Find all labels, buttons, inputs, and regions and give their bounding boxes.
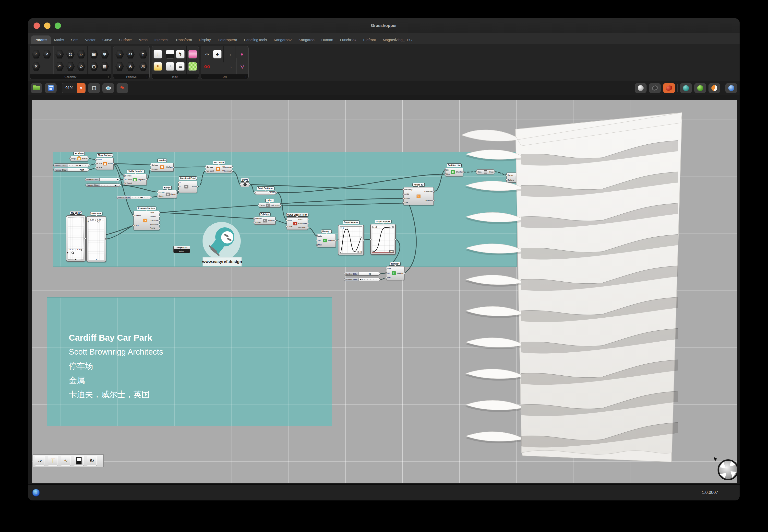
iso-curve[interactable]: SurfaceUV point▥U IsocurveV Isocurve <box>206 165 232 173</box>
close-button[interactable] <box>34 23 40 29</box>
zoom-control[interactable]: 91% ∨ <box>62 83 86 93</box>
curve-closest-point-in-curve[interactable]: Curve <box>288 226 292 228</box>
flask-icon[interactable]: ▽ <box>238 62 247 71</box>
shaded-preview-button[interactable] <box>663 83 675 93</box>
partition-list[interactable]: ListSize≣Chunks <box>445 168 463 176</box>
scribble-icon[interactable]: ≈ <box>153 62 162 71</box>
partition-list-in-list[interactable]: List <box>446 169 450 171</box>
zoom-extents-button[interactable]: ⊡ <box>88 83 100 93</box>
menu-lunchbox[interactable]: LunchBox <box>337 35 360 44</box>
evaluate-surface-out-frame[interactable]: Frame <box>150 227 158 229</box>
plane-surface-in-x-size[interactable]: X Size <box>97 163 102 165</box>
iso-curve-in-uv-point[interactable]: UV point <box>207 170 214 172</box>
knob-icon[interactable]: ◔ <box>166 62 174 71</box>
rotate-3d-out-transform[interactable]: Transform <box>424 200 433 202</box>
isotrim-out-surface[interactable]: Surface <box>166 166 173 168</box>
curve-closest-point[interactable]: PointCurve⋔PointParameterDistance <box>287 217 308 230</box>
null-icon[interactable]: ✕ <box>32 62 41 71</box>
jar-icon[interactable]: ● <box>238 50 246 58</box>
title-bar[interactable]: Grasshopper <box>28 18 740 33</box>
remap-1-in-data[interactable]: data <box>318 235 322 237</box>
polyline-in-closed[interactable]: Closed <box>255 222 262 224</box>
project-info-panel[interactable]: Cardiff Bay Car ParkScott Brownrigg Arch… <box>47 297 332 426</box>
notification-icon[interactable]: ! <box>32 489 40 497</box>
curve-closest-point-out-parameter[interactable]: Parameter <box>298 223 307 225</box>
zoom-dropdown-button[interactable]: ∨ <box>77 83 85 93</box>
menu-display[interactable]: Display <box>196 35 214 44</box>
md-slider-1[interactable]: 0.25 ; 0.19▲▶ <box>66 215 86 262</box>
isotrim-in-domain[interactable]: Domain <box>151 168 158 170</box>
construct-point-in-[interactable]: - <box>179 190 180 192</box>
construct-point-in-v[interactable]: v <box>179 186 180 188</box>
menu-vector[interactable]: Vector <box>82 35 99 44</box>
rotate-3d-in-center[interactable]: Center <box>404 197 412 199</box>
remap-1[interactable]: dataminMax▼Mapped <box>317 234 336 247</box>
unit-x-in-factor[interactable]: Factor <box>260 204 265 206</box>
iso-curve-out-v-isocurve[interactable]: V Isocurve <box>223 170 231 172</box>
paint-button[interactable]: ⊤ <box>48 456 58 466</box>
menu-kangaroo[interactable]: Kangaroo <box>295 35 318 44</box>
number-slider-61-track[interactable]: ◆61 <box>359 272 380 275</box>
colour-swatch-icon[interactable] <box>188 62 197 71</box>
graph-mapper-2-area[interactable]: 0 : 10 : 1 <box>372 226 394 253</box>
range-in-steps[interactable]: Steps <box>159 195 165 197</box>
plane-surface[interactable]: PlaneX SizeY Size▣Plane <box>96 158 114 170</box>
custom-preview-teal-button[interactable] <box>680 83 692 93</box>
remap-2-out-mapped[interactable]: Mapped <box>397 272 403 274</box>
wire-display-button[interactable]: ∿ <box>61 456 71 466</box>
menu-mesh[interactable]: Mesh <box>135 35 151 44</box>
evaluate-surface[interactable]: SurfacePoint●PointNormalU directionV dir… <box>133 211 159 230</box>
plane-surface-out-plane[interactable]: Plane <box>108 163 113 165</box>
divide-domain[interactable]: DomainU CountV Count▦Segments <box>124 174 147 185</box>
group-expand-icon[interactable]: + <box>245 75 247 78</box>
number-slider-72[interactable]: Number Slider◆72.6 <box>53 168 89 172</box>
cylinder-icon[interactable]: ▢ <box>89 62 98 71</box>
boolean-toggle-button[interactable] <box>74 456 84 466</box>
menu-maths[interactable]: Maths <box>51 35 68 44</box>
gradient-icon[interactable] <box>188 50 197 58</box>
rotate-3d[interactable]: GeometryAngleCenterAxis↻GeometryTransfor… <box>403 187 434 205</box>
remap-1-out-mapped[interactable]: Mapped <box>328 240 335 242</box>
remap-2-in-min[interactable]: min <box>387 272 391 274</box>
plane-surface-in-y-size[interactable]: Y Size <box>97 167 102 169</box>
number-slider-72-track[interactable]: ◆72.6 <box>68 168 88 171</box>
mesh-icon[interactable]: ❄ <box>100 50 109 59</box>
recompute-timer-button[interactable]: ↻ <box>87 456 97 466</box>
wireframe-preview-button[interactable] <box>649 83 661 93</box>
curve-closest-point-out-point[interactable]: Point <box>298 219 307 220</box>
number-slider-0-knob[interactable]: ◆ <box>360 278 361 280</box>
range-out-range[interactable]: Range <box>170 193 176 195</box>
boolean-toggle-icon[interactable] <box>166 50 174 58</box>
remap-2-in-max[interactable]: Max <box>387 277 391 278</box>
number-slider-65[interactable]: Number Slider◆65 <box>116 196 151 199</box>
md-slider-1-area[interactable]: 0.25 ; 0.19▲▶ <box>68 217 84 260</box>
curves-options-in-curves[interactable]: Curves <box>507 174 514 176</box>
divide-domain-out-segments[interactable]: Segments <box>137 179 146 181</box>
md-slider-1-knob[interactable] <box>71 252 74 254</box>
data-param[interactable]: DataData <box>476 169 494 174</box>
graph-mapper-1[interactable]: 0 : 10 : 1 <box>338 225 364 255</box>
canvas-nav-widget[interactable] <box>714 456 737 483</box>
sketch-button[interactable]: ✎ <box>116 83 128 93</box>
menu-heteroptera[interactable]: Heteroptera <box>214 35 241 44</box>
unit-x-out-unit-vector[interactable]: Unit vector <box>271 204 280 206</box>
menu-sets[interactable]: Sets <box>68 35 82 44</box>
evaluate-surface-in-point[interactable]: Point <box>134 224 141 226</box>
range-in-domain[interactable]: Domain <box>159 191 165 193</box>
menu-panelingtools[interactable]: PanelingTools <box>241 35 270 44</box>
isotrim[interactable]: SurfaceDomain▣Surface <box>150 163 173 172</box>
trigger-icon[interactable]: → <box>226 62 234 71</box>
number-slider-icon[interactable]: ↓ <box>153 50 162 58</box>
custom-preview-orange-button[interactable] <box>709 83 720 93</box>
menu-kangaroo2[interactable]: Kangaroo2 <box>270 35 295 44</box>
number-slider-49-track[interactable]: ◆49.7 <box>68 164 89 167</box>
number-slider-0[interactable]: Number Slider◆0 <box>344 278 380 281</box>
md-slider-2-area[interactable]: 0.67 ; 0.89▲▶ <box>88 218 104 260</box>
md-slider-2[interactable]: 0.67 ; 0.89▲▶ <box>86 216 106 262</box>
polyline-out-polyline[interactable]: Polyline <box>268 220 275 222</box>
box-icon[interactable]: ▣ <box>89 50 98 59</box>
isotrim-in-surface[interactable]: Surface <box>151 164 158 166</box>
partition-list-out-chunks[interactable]: Chunks <box>456 171 462 173</box>
group-expand-icon[interactable]: + <box>108 75 109 78</box>
exceptions[interactable]: Exceptions ✳Active <box>173 246 190 253</box>
